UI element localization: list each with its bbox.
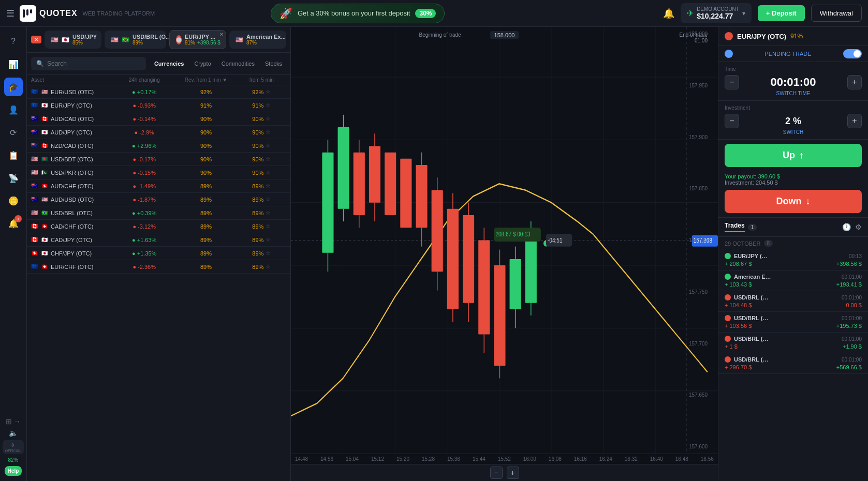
trade-item[interactable]: USD/BRL (… 00:01:00 + 1 $ +1.90 $ [718,333,868,353]
asset-row[interactable]: 🇨🇭 🇯🇵 CHF/JPY (OTC) ● +1.35% 89% 89% ☆ [27,247,290,260]
withdraw-button[interactable]: Withdrawal [811,5,862,22]
asset-row[interactable]: 🇺🇸 🇵🇰 USD/PKR (OTC) ● -0.15% 90% 90% ☆ [27,166,290,179]
asset-row[interactable]: 🇦🇺 🇨🇦 AUD/CAD (OTC) ● -0.14% 90% 90% ☆ [27,112,290,126]
invest-minus-button[interactable]: − [725,114,739,128]
account-balance: $10,224.77 [697,12,739,20]
star-icon-9[interactable]: ☆ [266,209,271,216]
help-button[interactable]: Help [5,466,22,476]
star-icon-11[interactable]: ☆ [266,236,271,243]
resize-icon[interactable]: ⊞ [6,417,12,426]
sidebar-icon-refresh[interactable]: ⟳ [4,123,23,142]
time-label: 14:48 [295,456,308,462]
star-icon-0[interactable]: ☆ [266,88,271,95]
asset-row[interactable]: 🇪🇺 🇯🇵 EUR/JPY (OTC) ● -0.93% 91% 91% ☆ [27,99,290,112]
change-arrow-icon-10: ● [133,223,136,230]
asset-row[interactable]: 🇺🇸 🇧🇩 USD/BDT (OTC) ● -0.17% 90% 90% ☆ [27,153,290,166]
filter-commodities[interactable]: Commodities [217,58,259,69]
sidebar-icon-person[interactable]: 👤 [4,100,23,119]
asset-row[interactable]: 🇺🇸 🇧🇷 USD/BRL (OTC) ● +0.39% 89% 89% ☆ [27,206,290,220]
asset-tab-eurjpy[interactable]: ⬤ EUR/JPY ... 91% +398.56 $ ✕ [169,30,226,49]
bonus-banner[interactable]: 🚀 Get a 30% bonus on your first deposit … [271,4,445,23]
star-icon-2[interactable]: ☆ [266,115,271,122]
asset-tab-usdbrl[interactable]: 🇺🇸 🇧🇷 USD/BRL (O... 89% [105,31,166,49]
trade-item[interactable]: USD/BRL (… 00:01:00 + 104.48 $ 0.00 $ [718,291,868,312]
trade-item[interactable]: EUR/JPY (… 00:13 + 208.67 $ +398.56 $ [718,250,868,270]
sidebar-icon-question[interactable]: ? [4,32,23,51]
zoom-plus-button[interactable]: + [507,467,519,479]
filter-stocks[interactable]: Stocks [261,58,286,69]
star-icon-8[interactable]: ☆ [266,196,271,203]
asset-change-12: ● +1.35% [113,250,175,257]
deposit-button[interactable]: + Deposit [758,5,805,21]
star-icon-12[interactable]: ☆ [266,250,271,257]
bell-icon[interactable]: 🔔 [663,8,674,19]
asset-row[interactable]: 🇨🇦 🇯🇵 CAD/JPY (OTC) ● +1.63% 89% 89% ☆ [27,233,290,247]
asset-row[interactable]: 🇦🇺 🇯🇵 AUD/JPY (OTC) ● -2.9% 90% 90% ☆ [27,126,290,139]
sidebar-icon-bell-sidebar[interactable]: 🔔3 [4,214,23,233]
logo: QUOTEX WEB TRADING PLATFORM [20,5,155,22]
clock-icon[interactable]: 🕐 [842,223,851,231]
filter-crypto[interactable]: Crypto [190,58,215,69]
switch-link[interactable]: SWITCH [725,128,862,135]
star-icon-5[interactable]: ☆ [266,156,271,162]
trade-item[interactable]: USD/BRL (… 00:01:00 + 296.70 $ +569.66 $ [718,353,868,374]
percent-indicator: 82% [8,457,18,463]
time-minus-button[interactable]: − [725,75,739,89]
arrow-icon[interactable]: → [13,417,21,426]
search-input[interactable] [47,60,141,67]
settings-icon[interactable]: ⚙ [855,223,862,231]
asset-row[interactable]: 🇦🇺 🇨🇭 AUD/CHF (OTC) ● -1.49% 89% 89% ☆ [27,179,290,193]
search-box[interactable]: 🔍 [31,57,146,70]
asset-row[interactable]: 🇪🇺 🇨🇭 EUR/CHF (OTC) ● -2.36% 89% 89% ☆ [27,260,290,274]
asset-change-7: ● -1.49% [113,183,175,189]
eurjpy-dot [725,32,733,40]
star-icon-6[interactable]: ☆ [266,169,271,176]
sidebar-icon-signal[interactable]: 📡 [4,169,23,187]
zoom-minus-button[interactable]: − [490,467,503,479]
menu-icon[interactable]: ☰ [6,8,14,19]
filter-currencies[interactable]: Currencies [150,58,188,69]
down-button[interactable]: Down ↓ [725,190,862,213]
invest-plus-button[interactable]: + [847,114,862,128]
trade-profit-0: +398.56 $ [836,261,862,267]
star-icon-10[interactable]: ☆ [266,223,271,230]
star-icon-4[interactable]: ☆ [266,142,271,149]
tab-close-eurjpy[interactable]: ✕ [219,32,224,37]
asset-row[interactable]: 🇦🇺 🇺🇸 AUD/USD (OTC) ● -1.87% 89% 89% ☆ [27,193,290,206]
pending-toggle[interactable] [843,49,862,58]
up-button[interactable]: Up ↑ [725,144,862,167]
flag-b-10: 🇨🇭 [41,223,48,229]
time-plus-button[interactable]: + [847,75,862,89]
star-icon-1[interactable]: ☆ [266,102,271,109]
asset-name-0: 🇪🇺 🇺🇸 EUR/USD (OTC) [31,88,113,95]
official-badge: ✈ OFFICIAL [3,440,24,454]
sidebar-icon-portfolio[interactable]: 📋 [4,146,23,164]
trade-item[interactable]: American E… 00:01:00 + 103.43 $ +193.41 … [718,270,868,291]
switch-time-link[interactable]: SWITCH TIME [725,89,862,96]
asset-row[interactable]: 🇨🇦 🇨🇭 CAD/CHF (OTC) ● -3.12% 89% 89% ☆ [27,220,290,233]
sidebar-icon-education[interactable]: 🎓 [4,78,23,96]
volume-icon[interactable]: 🔈 [9,429,18,437]
bonus-text: Get a 30% bonus on your first deposit [298,9,410,17]
account-info[interactable]: ✈ DEMO ACCOUNT $10,224.77 ▾ [681,3,752,23]
asset-tab-usdjpy[interactable]: 🇺🇸 🇯🇵 USD/JPY 85% [45,31,101,49]
asset-5min-6: 90% ☆ [237,169,286,176]
star-icon-3[interactable]: ☆ [266,129,271,136]
sidebar-icon-chart[interactable]: 📊 [4,55,23,73]
time-label: 15:04 [346,456,359,462]
trades-actions: 🕐 ⚙ [842,223,862,231]
trades-tab[interactable]: Trades [725,222,745,232]
star-icon-7[interactable]: ☆ [266,183,271,189]
asset-tab-amex[interactable]: 🇺🇸 American Ex... 87% [229,31,286,49]
asset-change-3: ● -2.9% [113,129,175,136]
sidebar-icon-coins[interactable]: 🪙 [4,191,23,210]
trade-item[interactable]: USD/BRL (… 00:01:00 + 103.56 $ +195.73 $ [718,312,868,333]
time-label: 15:12 [371,456,384,462]
tab-close-button[interactable]: ✕ [31,36,41,43]
header-rev: Rev. from 1 min ▼ [175,77,237,83]
asset-row[interactable]: 🇪🇺 🇺🇸 EUR/USD (OTC) ● +0.17% 92% 92% ☆ [27,85,290,99]
trades-count: 1 [748,224,757,231]
star-icon-13[interactable]: ☆ [266,263,271,270]
flag-b-8: 🇺🇸 [41,197,48,202]
asset-row[interactable]: 🇳🇿 🇨🇦 NZD/CAD (OTC) ● +2.96% 90% 90% ☆ [27,139,290,153]
